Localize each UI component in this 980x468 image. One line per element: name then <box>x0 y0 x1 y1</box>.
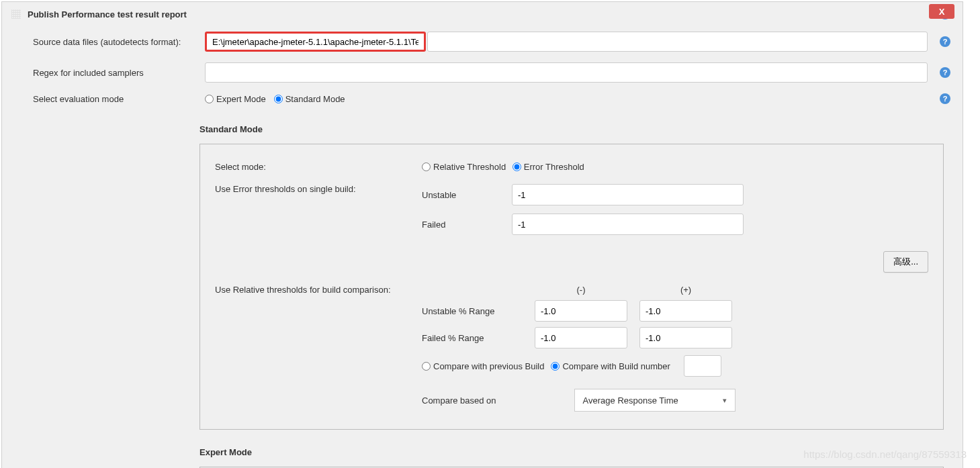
expert-mode-radio-label: Expert Mode <box>216 94 266 104</box>
section-title: Publish Performance test result report <box>28 9 187 19</box>
error-thresholds-label: Use Error thresholds on single build: <box>215 184 410 194</box>
regex-input[interactable] <box>205 62 928 83</box>
unstable-range-label: Unstable % Range <box>422 306 523 316</box>
regex-row: Regex for included samplers ? <box>2 57 963 88</box>
compare-previous-radio[interactable]: Compare with previous Build <box>422 361 544 371</box>
advanced-button-row: 高级... <box>215 248 928 279</box>
select-mode-label: Select mode: <box>215 162 410 172</box>
select-mode-row: Select mode: Relative Threshold Error Th… <box>215 156 928 179</box>
compare-based-row: Compare based on Average Response Time ▾ <box>422 389 928 412</box>
compare-buildnum-radio[interactable]: Compare with Build number <box>551 361 670 371</box>
standard-mode-box: Select mode: Relative Threshold Error Th… <box>199 144 944 430</box>
help-icon[interactable]: ? <box>940 93 950 104</box>
relative-thresholds-label: Use Relative thresholds for build compar… <box>215 285 410 295</box>
source-data-input[interactable] <box>205 32 426 52</box>
compare-based-label: Compare based on <box>422 395 496 406</box>
regex-label: Regex for included samplers <box>33 68 197 78</box>
standard-mode-title: Standard Mode <box>2 109 963 141</box>
build-number-input[interactable] <box>684 355 721 377</box>
minus-header: (-) <box>535 285 627 295</box>
compare-previous-radio-input[interactable] <box>422 362 431 371</box>
unstable-neg-input[interactable] <box>535 300 627 322</box>
expert-mode-radio[interactable]: Expert Mode <box>205 94 266 104</box>
expert-mode-radio-input[interactable] <box>205 95 214 103</box>
unstable-label: Unstable <box>422 190 501 200</box>
failed-neg-input[interactable] <box>535 327 627 348</box>
close-icon: X <box>939 7 945 17</box>
source-data-input-continuation[interactable] <box>427 32 928 52</box>
plus-header: (+) <box>639 285 732 295</box>
error-threshold-radio-input[interactable] <box>513 162 521 171</box>
compare-basis-value: Average Response Time <box>583 395 678 406</box>
error-thresholds-row: Use Error thresholds on single build: Un… <box>215 179 928 248</box>
source-data-row: Source data files (autodetects format): … <box>2 26 963 57</box>
compare-target-row: Compare with previous Build Compare with… <box>422 355 928 377</box>
source-data-label: Source data files (autodetects format): <box>33 37 197 47</box>
failed-pos-input[interactable] <box>639 327 732 348</box>
section-header: Publish Performance test result report ? <box>2 2 963 26</box>
help-icon[interactable]: ? <box>940 67 950 78</box>
failed-label: Failed <box>422 220 501 230</box>
standard-mode-radio-label: Standard Mode <box>285 94 345 104</box>
chevron-down-icon: ▾ <box>723 396 727 405</box>
help-icon[interactable]: ? <box>940 36 950 47</box>
advanced-button[interactable]: 高级... <box>883 251 928 273</box>
standard-mode-radio-input[interactable] <box>274 95 283 103</box>
relative-thresholds-row: Use Relative thresholds for build compar… <box>215 279 928 417</box>
unstable-input[interactable] <box>512 184 744 205</box>
compare-buildnum-radio-input[interactable] <box>551 362 560 371</box>
close-button[interactable]: X <box>929 4 954 19</box>
unstable-pos-input[interactable] <box>639 300 732 322</box>
drag-handle-icon[interactable] <box>11 9 21 19</box>
relative-threshold-radio[interactable]: Relative Threshold <box>422 162 506 172</box>
evaluation-mode-row: Select evaluation mode Expert Mode Stand… <box>2 88 963 109</box>
failed-range-label: Failed % Range <box>422 333 523 343</box>
failed-input[interactable] <box>512 214 744 235</box>
expert-mode-title: Expert Mode <box>2 432 963 464</box>
compare-buildnum-label: Compare with Build number <box>562 361 670 371</box>
error-threshold-label: Error Threshold <box>524 162 584 172</box>
relative-threshold-radio-input[interactable] <box>422 162 431 171</box>
publish-performance-panel: X Publish Performance test result report… <box>1 1 963 468</box>
error-threshold-radio[interactable]: Error Threshold <box>513 162 584 172</box>
standard-mode-radio[interactable]: Standard Mode <box>274 94 345 104</box>
compare-basis-select[interactable]: Average Response Time ▾ <box>574 389 736 412</box>
relative-threshold-label: Relative Threshold <box>433 162 506 172</box>
evaluation-mode-label: Select evaluation mode <box>33 94 197 104</box>
compare-previous-label: Compare with previous Build <box>433 361 544 371</box>
